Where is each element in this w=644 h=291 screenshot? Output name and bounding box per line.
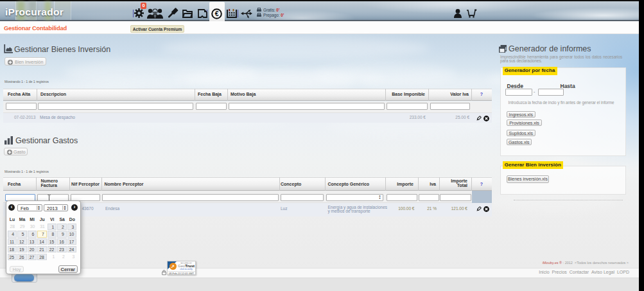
svg-text:€: € — [215, 10, 219, 17]
